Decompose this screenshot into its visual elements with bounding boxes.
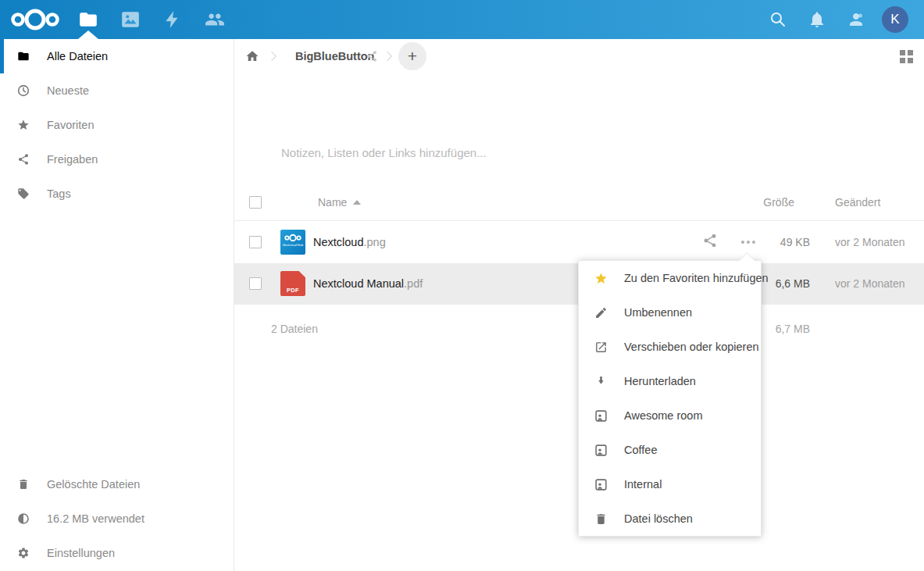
sidebar-item-settings[interactable]: Einstellungen (0, 536, 234, 570)
menu-item-room-awesome-room[interactable]: Awesome room (579, 398, 761, 433)
file-count: 2 Dateien (271, 305, 318, 353)
chevron-right-icon (266, 48, 281, 67)
menu-item-add-to-favorites[interactable]: Zu den Favoriten hinzufügen (579, 261, 761, 295)
file-modified: vor 2 Monaten (835, 263, 905, 305)
contacts-app-icon[interactable] (205, 9, 225, 30)
grid-view-icon[interactable] (900, 50, 913, 63)
files-app-icon[interactable] (78, 9, 98, 30)
image-file-thumbnail: Nextcloud Hub (280, 230, 305, 255)
app-navigation-sidebar: Alle Dateien Neueste Favoriten Freigaben… (0, 39, 234, 571)
sidebar-item-quota[interactable]: 16.2 MB verwendet (0, 501, 234, 536)
sidebar-item-label: Freigaben (47, 153, 98, 166)
sort-ascending-icon (353, 200, 361, 205)
breadcrumb: BigBlueButton + (234, 39, 924, 73)
file-list-header: Name Größe Geändert (234, 184, 924, 221)
sidebar-item-label: Einstellungen (47, 547, 115, 559)
sidebar-item-label: Alle Dateien (47, 50, 108, 62)
menu-item-room-coffee[interactable]: Coffee (579, 433, 761, 467)
new-file-button[interactable]: + (398, 42, 426, 70)
trash-icon (594, 512, 608, 526)
column-header-name[interactable]: Name (318, 196, 347, 209)
top-header-bar: K (0, 0, 924, 39)
room-icon (594, 444, 608, 457)
sidebar-item-label: Neueste (47, 84, 89, 97)
sidebar-item-label: 16.2 MB verwendet (47, 512, 144, 525)
column-header-modified[interactable]: Geändert (835, 196, 880, 209)
room-icon (594, 478, 608, 491)
menu-item-rename[interactable]: Umbenennen (579, 295, 761, 330)
chevron-right-icon (381, 48, 397, 67)
file-size: 49 KB (716, 222, 810, 263)
breadcrumb-folder[interactable]: BigBlueButton (295, 50, 374, 62)
file-name: Nextcloud Manual.pdf (313, 263, 423, 305)
sidebar-item-recent[interactable]: Neueste (0, 73, 234, 108)
home-icon[interactable] (245, 49, 259, 63)
row-checkbox[interactable] (249, 277, 262, 290)
download-icon (594, 375, 608, 388)
sidebar-item-tags[interactable]: Tags (0, 177, 234, 211)
sidebar-item-label: Favoriten (47, 119, 94, 131)
breadcrumb-share-icon[interactable] (366, 50, 378, 62)
sidebar-item-label: Tags (47, 187, 71, 200)
user-avatar[interactable]: K (882, 6, 908, 33)
sidebar-item-deleted-files[interactable]: Gelöschte Dateien (0, 467, 234, 501)
search-icon[interactable] (769, 10, 787, 29)
folder-icon (17, 50, 30, 62)
clock-icon (17, 84, 30, 97)
activity-app-icon[interactable] (162, 9, 183, 30)
row-checkbox[interactable] (249, 236, 262, 248)
sidebar-footer: Gelöschte Dateien 16.2 MB verwendet Eins… (0, 467, 234, 570)
column-header-size[interactable]: Größe (716, 196, 794, 209)
menu-item-room-internal[interactable]: Internal (579, 467, 761, 501)
star-icon (594, 272, 608, 285)
gear-icon (17, 547, 30, 559)
sidebar-item-favorites[interactable]: Favoriten (0, 108, 234, 142)
sidebar-item-all-files[interactable]: Alle Dateien (0, 39, 234, 73)
select-all-checkbox[interactable] (249, 196, 262, 209)
star-icon (17, 119, 30, 131)
share-icon (17, 153, 30, 166)
trash-icon (17, 478, 30, 491)
file-actions-context-menu: Zu den Favoriten hinzufügen Umbenennen V… (578, 260, 762, 537)
room-icon (594, 409, 608, 423)
menu-item-move-or-copy[interactable]: Verschieben oder kopieren (579, 330, 761, 364)
menu-item-download[interactable]: Herunterladen (579, 364, 761, 398)
nextcloud-logo-icon[interactable] (10, 7, 60, 35)
file-modified: vor 2 Monaten (835, 222, 905, 263)
file-row-nextcloud-png[interactable]: Nextcloud Hub Nextcloud.png 49 KB vor 2 … (234, 222, 924, 263)
tag-icon (17, 187, 30, 200)
contacts-menu-icon[interactable] (847, 10, 865, 29)
rich-workspace-input[interactable]: Notizen, Listen oder Links hinzufügen... (281, 146, 487, 159)
photos-app-icon[interactable] (120, 9, 141, 30)
quota-icon (17, 512, 30, 525)
thumbnail-label: Nextcloud Hub (280, 243, 305, 247)
active-app-indicator (78, 30, 98, 39)
move-copy-icon (594, 341, 608, 354)
pdf-file-icon: PDF (280, 271, 305, 296)
menu-item-delete-file[interactable]: Datei löschen (579, 501, 761, 536)
sidebar-item-shares[interactable]: Freigaben (0, 142, 234, 177)
file-name: Nextcloud.png (313, 222, 386, 263)
notifications-bell-icon[interactable] (808, 10, 826, 29)
sidebar-item-label: Gelöschte Dateien (47, 478, 140, 491)
pencil-icon (594, 306, 608, 319)
